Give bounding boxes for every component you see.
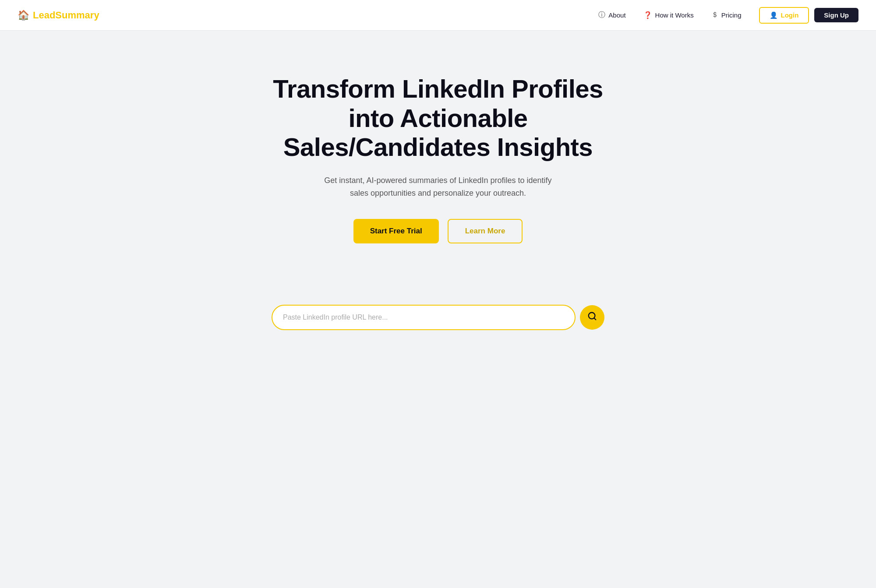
hero-title: Transform LinkedIn Profiles into Actiona… (267, 74, 609, 162)
signup-label: Sign Up (824, 11, 849, 19)
learn-more-button[interactable]: Learn More (448, 219, 523, 243)
pricing-icon: ＄ (711, 11, 718, 20)
search-button[interactable] (580, 305, 604, 330)
nav-pricing[interactable]: ＄ Pricing (711, 11, 742, 20)
nav-how-works-label: How it Works (655, 11, 694, 19)
start-trial-button[interactable]: Start Free Trial (353, 219, 439, 243)
signup-button[interactable]: Sign Up (814, 8, 858, 22)
brand-icon: 🏠 (18, 10, 29, 21)
about-icon: ⓘ (598, 11, 605, 20)
search-section (0, 305, 876, 365)
nav-pricing-label: Pricing (721, 11, 742, 19)
nav-about[interactable]: ⓘ About (598, 11, 625, 20)
brand-name: LeadSummary (33, 10, 99, 21)
login-label: Login (781, 11, 799, 19)
nav-how-it-works[interactable]: ❓ How it Works (643, 11, 694, 19)
nav-about-label: About (608, 11, 625, 19)
login-button[interactable]: 👤 Login (759, 7, 809, 24)
search-input[interactable] (272, 305, 576, 330)
hero-actions: Start Free Trial Learn More (353, 219, 523, 243)
hero-section: Transform LinkedIn Profiles into Actiona… (0, 31, 876, 305)
login-user-icon: 👤 (770, 11, 778, 19)
how-works-icon: ❓ (643, 11, 652, 19)
main-nav: ⓘ About ❓ How it Works ＄ Pricing (598, 11, 741, 20)
svg-line-1 (594, 318, 596, 320)
hero-subtitle: Get instant, AI-powered summaries of Lin… (315, 174, 561, 200)
search-icon (587, 311, 597, 323)
navbar: 🏠 LeadSummary ⓘ About ❓ How it Works ＄ P… (0, 0, 876, 31)
search-container (272, 305, 604, 330)
brand-logo[interactable]: 🏠 LeadSummary (18, 10, 99, 21)
navbar-actions: 👤 Login Sign Up (759, 7, 859, 24)
